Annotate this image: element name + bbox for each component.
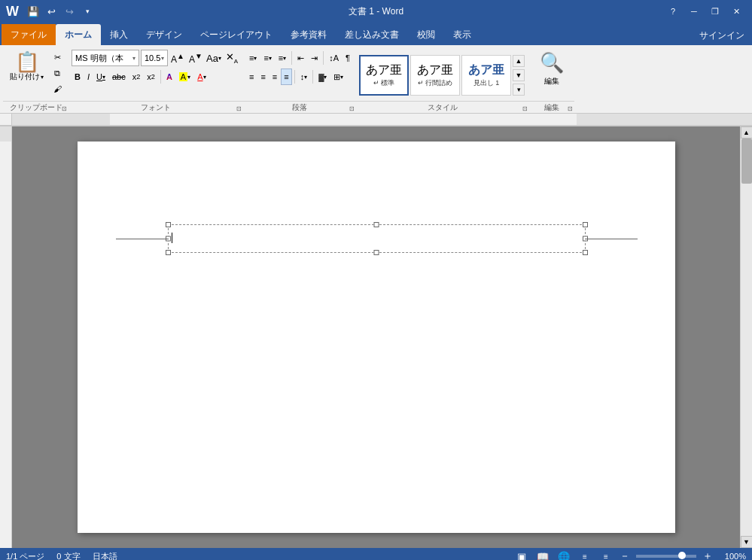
handle-top-left[interactable] [166, 222, 171, 227]
highlight-button[interactable]: A▾ [176, 68, 193, 85]
align-right-icon: ≡ [272, 72, 277, 81]
font-expand-icon[interactable]: ⊡ [236, 105, 242, 112]
sort-button[interactable]: ↕A [326, 50, 342, 66]
font-size-selector[interactable]: 10.5 ▾ [141, 50, 168, 66]
zoom-slider-thumb[interactable] [678, 552, 686, 559]
style-heading1-button[interactable]: あア亜 見出し 1 [461, 55, 511, 96]
decrease-indent-button[interactable]: ⇤ [294, 50, 307, 66]
clear-format-button[interactable]: ✕A [224, 50, 240, 66]
view-normal-button[interactable]: ▣ [514, 549, 529, 560]
strikethrough-button[interactable]: abc [109, 68, 129, 85]
document-scroll-area[interactable] [12, 126, 740, 548]
format-painter-button[interactable]: 🖌 [49, 81, 65, 96]
underline-button[interactable]: U▾ [93, 68, 108, 85]
font-name-selector[interactable]: MS 明朝（本 ▾ [72, 50, 139, 66]
undo-button[interactable]: ↩ [43, 3, 59, 20]
paragraph-expand-icon[interactable]: ⊡ [349, 105, 355, 112]
handle-top-mid[interactable] [374, 222, 379, 227]
view-read-button[interactable]: 📖 [535, 549, 550, 560]
help-button[interactable]: ? [663, 3, 683, 20]
scroll-down-button[interactable]: ▼ [741, 536, 753, 548]
styles-scroll-up-button[interactable]: ▲ [513, 55, 525, 67]
editing-expand-icon[interactable]: ⊡ [568, 105, 573, 112]
tab-file[interactable]: ファイル [2, 24, 56, 45]
styles-group: あア亜 ↵ 標準 あア亜 ↵ 行間詰め あア亜 見出し 1 ▲ ▼ ▾ [356, 47, 529, 113]
para-row2: ≡ ≡ ≡ ≡ ↕▾ [246, 68, 346, 85]
cut-icon: ✂ [54, 53, 61, 62]
tab-review[interactable]: 校閲 [408, 24, 444, 45]
restore-button[interactable]: ❐ [705, 3, 725, 20]
copy-button[interactable]: ⧉ [49, 65, 65, 81]
minimize-button[interactable]: ─ [684, 3, 704, 20]
style-normal-button[interactable]: あア亜 ↵ 標準 [359, 55, 409, 96]
styles-scroll-more-button[interactable]: ▾ [513, 84, 525, 96]
style-compact-button[interactable]: あア亜 ↵ 行間詰め [410, 55, 460, 96]
show-hide-button[interactable]: ¶ [343, 50, 353, 66]
zoom-slider[interactable] [636, 555, 696, 558]
line-spacing-button[interactable]: ↕▾ [297, 68, 311, 85]
pilcrow-icon: ¶ [346, 53, 350, 62]
styles-scroll-down-button[interactable]: ▼ [513, 69, 525, 81]
increase-indent-icon: ⇥ [311, 53, 318, 63]
tab-page-layout[interactable]: ページレイアウト [191, 24, 282, 45]
close-button[interactable]: ✕ [726, 3, 746, 20]
redo-button[interactable]: ↪ [61, 3, 78, 20]
para-separator1 [291, 51, 292, 65]
view-draft-button[interactable]: ≡ [598, 549, 613, 560]
scroll-thumb[interactable] [741, 138, 752, 184]
zoom-in-button[interactable]: ＋ [702, 549, 713, 560]
align-left-button[interactable]: ≡ [246, 68, 257, 85]
increase-indent-button[interactable]: ⇥ [308, 50, 321, 66]
text-box[interactable] [168, 224, 586, 253]
tab-mailings[interactable]: 差し込み文書 [336, 24, 408, 45]
border-button[interactable]: ⊞▾ [330, 68, 346, 85]
text-effect-button[interactable]: A [163, 68, 175, 85]
align-right-button[interactable]: ≡ [269, 68, 280, 85]
tab-home[interactable]: ホーム [56, 24, 101, 45]
font-grow-button[interactable]: A▲ [169, 50, 186, 66]
view-outline-button[interactable]: ≡ [577, 549, 592, 560]
format-painter-icon: 🖌 [53, 84, 62, 93]
shading-button[interactable]: ▓▾ [315, 68, 330, 85]
clipboard-expand-icon[interactable]: ⊡ [62, 105, 67, 112]
justify-button[interactable]: ≡ [281, 68, 291, 85]
bullet-list-button[interactable]: ≡▾ [246, 50, 260, 66]
handle-bottom-mid[interactable] [374, 250, 379, 255]
para-separator4 [312, 70, 313, 84]
case-button[interactable]: Aa▾ [206, 50, 222, 66]
italic-button[interactable]: I [84, 68, 93, 85]
title-bar: W 💾 ↩ ↪ ▾ 文書 1 - Word ? ─ ❐ ✕ [0, 0, 752, 23]
subscript-button[interactable]: x2 [129, 68, 144, 85]
styles-expand-icon[interactable]: ⊡ [522, 105, 528, 112]
font-shrink-button[interactable]: A▼ [187, 50, 204, 66]
tab-view[interactable]: 表示 [444, 24, 480, 45]
tab-design[interactable]: デザイン [137, 24, 191, 45]
superscript-button[interactable]: x2 [144, 68, 158, 85]
clipboard-small-buttons: ✂ ⧉ 🖌 [49, 50, 65, 96]
editing-group: 🔍 編集 編集 ⊡ [529, 47, 574, 113]
scroll-up-button[interactable]: ▲ [741, 126, 753, 138]
view-web-button[interactable]: 🌐 [556, 549, 571, 560]
styles-group-content: あア亜 ↵ 標準 あア亜 ↵ 行間詰め あア亜 見出し 1 ▲ ▼ ▾ [356, 47, 529, 101]
cut-button[interactable]: ✂ [49, 50, 65, 65]
numbered-list-button[interactable]: ≡▾ [260, 50, 274, 66]
signin-button[interactable]: サインイン [692, 26, 752, 45]
qa-dropdown-button[interactable]: ▾ [79, 3, 96, 20]
tab-references[interactable]: 参考資料 [282, 24, 336, 45]
paragraph-group-content: ≡▾ ≡▾ ≡▾ ⇤ ⇥ [243, 47, 356, 101]
paste-button[interactable]: 📋 貼り付け ▾ [6, 50, 47, 84]
font-color-button[interactable]: A▾ [194, 68, 209, 85]
handle-bottom-left[interactable] [166, 250, 171, 255]
handle-top-right[interactable] [583, 222, 588, 227]
tab-insert[interactable]: 挿入 [101, 24, 137, 45]
multilevel-list-button[interactable]: ≡▾ [276, 50, 289, 66]
font-group: MS 明朝（本 ▾ 10.5 ▾ A▲ A▼ Aa▾ ✕A B I [69, 47, 243, 113]
save-button[interactable]: 💾 [25, 3, 41, 20]
editing-button[interactable]: 🔍 編集 [534, 50, 570, 87]
vertical-scrollbar[interactable]: ▲ ▼ [740, 126, 752, 548]
align-center-button[interactable]: ≡ [257, 68, 268, 85]
bold-button[interactable]: B [72, 68, 84, 85]
zoom-out-button[interactable]: － [620, 549, 630, 560]
shading-icon: ▓ [318, 73, 324, 81]
handle-bottom-right[interactable] [583, 250, 588, 255]
